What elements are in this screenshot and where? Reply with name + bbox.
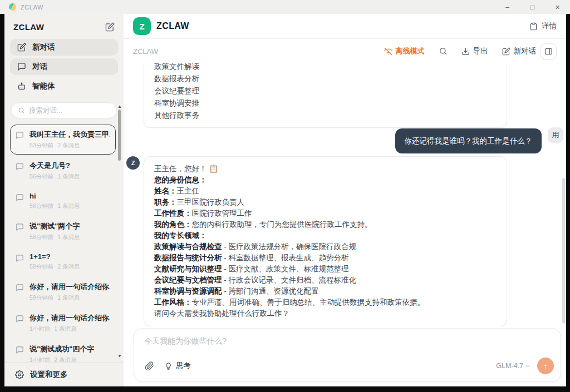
sidebar-header: ZCLAW (4, 14, 124, 39)
wifi-off-icon (384, 47, 392, 56)
user-message-row: 你还记得我是谁吗？我的工作是什么？ 用 (144, 128, 563, 153)
compose-icon (17, 43, 26, 52)
app-logo-icon (9, 3, 16, 11)
search-icon (18, 107, 25, 114)
conversation-title: ZCLAW (133, 47, 158, 56)
assistant-message-bubble: 王主任，您好！ 📋您的身份信息：姓名：王主任职务：三甲医院行政负责人工作性质：医… (144, 156, 507, 326)
conversation-text: 你好，请用一句话介绍你...1小时前1 条消息 (30, 313, 110, 333)
conversation-time: 56分钟前 (30, 202, 53, 210)
conversation-meta: 1小时前1 条消息 (30, 325, 110, 333)
conversation-item[interactable]: 今天是几号?56分钟前1 条消息 (10, 156, 116, 186)
conversation-item[interactable]: 你好，请用一句话介绍你...59分钟前1 条消息 (10, 277, 116, 307)
conversation-meta: 59分钟前1 条消息 (30, 294, 110, 302)
conversation-item[interactable]: 1+1=?59分钟前2 条消息 (10, 247, 116, 276)
download-icon (461, 47, 470, 56)
conversation-item[interactable]: 你好，请用一句话介绍你...1小时前1 条消息 (10, 308, 116, 338)
conversation-title: 你好，请用一句话介绍你... (30, 313, 110, 323)
new-chat-button[interactable]: 新对话 (502, 46, 537, 56)
lightbulb-icon (164, 362, 173, 370)
conversation-title: 你好，请用一句话介绍你... (30, 282, 110, 292)
scroll-up-icon[interactable]: ▲ (117, 105, 122, 109)
settings-button[interactable]: 设置和更多 (4, 362, 124, 386)
assistant-line: 政策解读与合规检查 - 医疗政策法规分析，确保医院行政合规 (154, 241, 497, 252)
titlebar-app-title: ZCLAW (21, 4, 43, 11)
conversation-count: 1 条消息 (57, 234, 80, 241)
send-button[interactable]: ↑ (537, 358, 554, 374)
chat-icon (17, 62, 26, 71)
message-input[interactable] (144, 336, 551, 345)
conversation-meta: 1小时前2 条消息 (30, 356, 94, 362)
sidebar-item-chat[interactable]: 对话 (10, 58, 118, 75)
composer-input-row (134, 329, 561, 358)
sidebar-item-compose[interactable]: 新对话 (10, 39, 118, 56)
details-label: 详情 (542, 21, 557, 31)
sidebar-item-label: 对话 (32, 62, 47, 72)
minimize-button[interactable]: – (495, 0, 520, 14)
close-button[interactable]: × (545, 0, 570, 14)
conversation-time: 58分钟前 (30, 234, 53, 241)
sidebar: ZCLAW 新对话对话智能体 我叫王主任，我负责三甲...53分钟前2 条消息今… (4, 14, 124, 386)
user-message-bubble: 你还记得我是谁吗？我的工作是什么？ (395, 128, 542, 153)
compose-icon[interactable] (105, 22, 115, 32)
search-input[interactable] (29, 107, 110, 115)
assistant-avatar: Z (126, 156, 140, 170)
composer: 思考 GLM-4.7 ↑ (134, 328, 561, 382)
assistant-line: 会议纪要整理 (154, 85, 497, 97)
chat-bubble-icon (16, 162, 24, 171)
assistant-line: 姓名：王主任 (154, 186, 497, 197)
message-area: 政策文件解读数据报表分析会议纪要整理科室协调安排其他行政事务 你还记得我是谁吗？… (124, 63, 566, 326)
assistant-line: 数据报表分析 (154, 73, 497, 85)
conversation-count: 2 条消息 (54, 356, 76, 362)
chat-bubble-icon (16, 315, 24, 323)
model-label: GLM-4.7 (496, 362, 523, 370)
export-button[interactable]: 导出 (461, 46, 488, 56)
assistant-line: 我的角色：您的内科行政助理，专门为您提供医院行政工作支持。 (154, 219, 497, 230)
chat-scrollbar-thumb[interactable] (562, 178, 565, 324)
compose-icon (502, 47, 510, 56)
conversation-title: 今天是几号? (30, 161, 80, 171)
conversation-count: 1 条消息 (57, 202, 80, 210)
conversation-count: 2 条消息 (57, 142, 80, 150)
conversation-title: 说"测试成功"四个字 (30, 344, 94, 354)
conversation-meta: 53分钟前2 条消息 (30, 142, 110, 150)
brand-avatar: Z (133, 17, 151, 35)
details-button[interactable]: 详情 (529, 21, 557, 31)
offline-mode-button[interactable]: 离线模式 (384, 46, 425, 56)
attachment-button[interactable] (145, 361, 154, 371)
conversation-text: 说"测试"两个字58分钟前1 条消息 (30, 221, 80, 241)
search-message-button[interactable] (439, 47, 448, 56)
conversation-item[interactable]: 说"测试成功"四个字1小时前2 条消息 (10, 339, 116, 362)
sidebar-brand: ZCLAW (13, 22, 44, 32)
scroll-down-icon[interactable]: ▼ (117, 354, 122, 359)
conversation-meta: 58分钟前1 条消息 (30, 234, 80, 241)
conversation-title: 说"测试"两个字 (30, 221, 80, 231)
conversation-item[interactable]: 我叫王主任，我负责三甲...53分钟前2 条消息 (10, 125, 116, 155)
conversation-list: 我叫王主任，我负责三甲...53分钟前2 条消息今天是几号?56分钟前1 条消息… (4, 123, 124, 362)
conversation-item[interactable]: hi56分钟前1 条消息 (10, 187, 116, 215)
model-selector[interactable]: GLM-4.7 (496, 362, 531, 370)
assistant-line: 数据报告与统计分析 - 科室数据整理、报表生成、趋势分析 (154, 252, 497, 264)
conversation-meta: 56分钟前1 条消息 (30, 202, 80, 210)
sidebar-item-label: 新对话 (32, 42, 55, 52)
sidebar-toggle-button[interactable] (540, 43, 557, 59)
maximize-button[interactable]: □ (520, 0, 545, 14)
sidebar-item-robot[interactable]: 智能体 (10, 78, 118, 95)
toolbar-actions: 离线模式 导出 新对话 (384, 43, 557, 59)
conversation-text: hi56分钟前1 条消息 (30, 192, 80, 210)
chat-bubble-icon (16, 131, 24, 140)
chat-bubble-icon (16, 193, 24, 202)
think-toggle-button[interactable]: 思考 (164, 361, 191, 371)
app-window: ZCLAW 新对话对话智能体 我叫王主任，我负责三甲...53分钟前2 条消息今… (4, 14, 566, 386)
export-label: 导出 (473, 46, 488, 56)
user-avatar: 用 (548, 127, 563, 143)
composer-toolbar: 思考 GLM-4.7 ↑ (134, 358, 561, 381)
sidebar-scrollbar-thumb[interactable] (118, 110, 121, 161)
conversation-item[interactable]: 说"测试"两个字58分钟前1 条消息 (10, 216, 116, 246)
assistant-message-row: Z 王主任，您好！ 📋您的身份信息：姓名：王主任职务：三甲医院行政负责人工作性质… (144, 156, 563, 326)
sidebar-item-label: 智能体 (32, 81, 55, 91)
window-controls: – □ × (495, 0, 570, 14)
conversation-meta: 59分钟前2 条消息 (30, 263, 80, 271)
chat-header: Z ZCLAW 详情 (124, 14, 566, 39)
assistant-line: 请问今天需要我协助处理什么行政工作？ (154, 308, 497, 319)
conversation-text: 说"测试成功"四个字1小时前2 条消息 (30, 344, 94, 362)
